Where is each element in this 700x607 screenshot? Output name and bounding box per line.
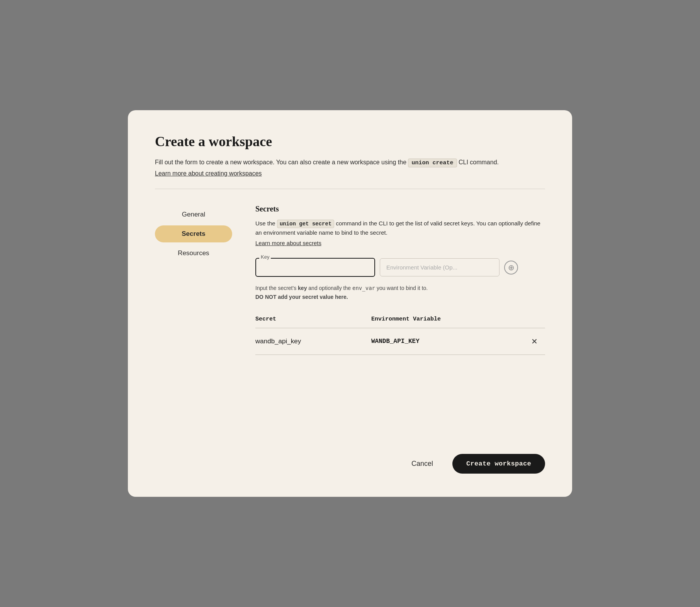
secrets-table: Secret Environment Variable wandb_api_ke… bbox=[255, 312, 545, 355]
env-input[interactable] bbox=[380, 258, 500, 276]
delete-cell: ✕ bbox=[530, 328, 545, 355]
add-secret-button[interactable]: ⊕ bbox=[504, 261, 518, 275]
close-icon: ✕ bbox=[531, 337, 538, 346]
secret-input-row: Key ⊕ bbox=[255, 258, 545, 277]
secrets-desc-prefix: Use the bbox=[255, 220, 275, 227]
delete-secret-button[interactable]: ✕ bbox=[530, 335, 539, 348]
env-input-wrapper bbox=[380, 258, 500, 276]
description-suffix: CLI command. bbox=[459, 159, 499, 165]
plus-icon: ⊕ bbox=[508, 263, 515, 272]
hint-warning: DO NOT add your secret value here. bbox=[255, 294, 348, 300]
hint-prefix: Input the secret's bbox=[255, 285, 296, 291]
section-divider bbox=[155, 189, 545, 189]
content-area: General Secrets Resources Secrets Use th… bbox=[155, 205, 545, 431]
cli-command-inline: union create bbox=[408, 159, 457, 167]
hint-key: key bbox=[298, 285, 307, 291]
col-actions-header bbox=[530, 312, 545, 328]
section-description: Use the union get secret command in the … bbox=[255, 219, 545, 237]
cancel-button[interactable]: Cancel bbox=[404, 456, 441, 472]
secrets-table-body: wandb_api_key WANDB_API_KEY ✕ bbox=[255, 328, 545, 355]
description-prefix: Fill out the form to create a new worksp… bbox=[155, 159, 406, 165]
create-workspace-button[interactable]: Create workspace bbox=[452, 454, 545, 474]
key-label: Key bbox=[259, 254, 271, 260]
col-secret-header: Secret bbox=[255, 312, 371, 328]
sidebar: General Secrets Resources bbox=[155, 205, 232, 431]
modal-footer: Cancel Create workspace bbox=[155, 431, 545, 474]
table-row: wandb_api_key WANDB_API_KEY ✕ bbox=[255, 328, 545, 355]
input-hint: Input the secret's key and optionally th… bbox=[255, 284, 545, 301]
secrets-cli-command: union get secret bbox=[277, 220, 334, 228]
main-content: Secrets Use the union get secret command… bbox=[255, 205, 545, 431]
hint-middle: and optionally the bbox=[308, 285, 351, 291]
sidebar-item-general[interactable]: General bbox=[155, 206, 232, 223]
key-input[interactable] bbox=[255, 258, 375, 277]
col-env-header: Environment Variable bbox=[371, 312, 530, 328]
hint-env-var: env_var bbox=[352, 285, 375, 291]
create-workspace-modal: Create a workspace Fill out the form to … bbox=[128, 110, 572, 497]
hint-suffix: you want to bind it to. bbox=[377, 285, 428, 291]
key-input-wrapper: Key bbox=[255, 258, 375, 277]
modal-description: Fill out the form to create a new worksp… bbox=[155, 157, 545, 168]
learn-more-secrets-link[interactable]: Learn more about secrets bbox=[255, 240, 321, 246]
sidebar-item-secrets[interactable]: Secrets bbox=[155, 225, 232, 242]
table-header-row: Secret Environment Variable bbox=[255, 312, 545, 328]
learn-more-workspaces-link[interactable]: Learn more about creating workspaces bbox=[155, 170, 545, 177]
secret-key-cell: wandb_api_key bbox=[255, 328, 371, 355]
section-title: Secrets bbox=[255, 205, 545, 213]
env-var-cell: WANDB_API_KEY bbox=[371, 328, 530, 355]
modal-title: Create a workspace bbox=[155, 133, 545, 150]
sidebar-item-resources[interactable]: Resources bbox=[155, 245, 232, 262]
